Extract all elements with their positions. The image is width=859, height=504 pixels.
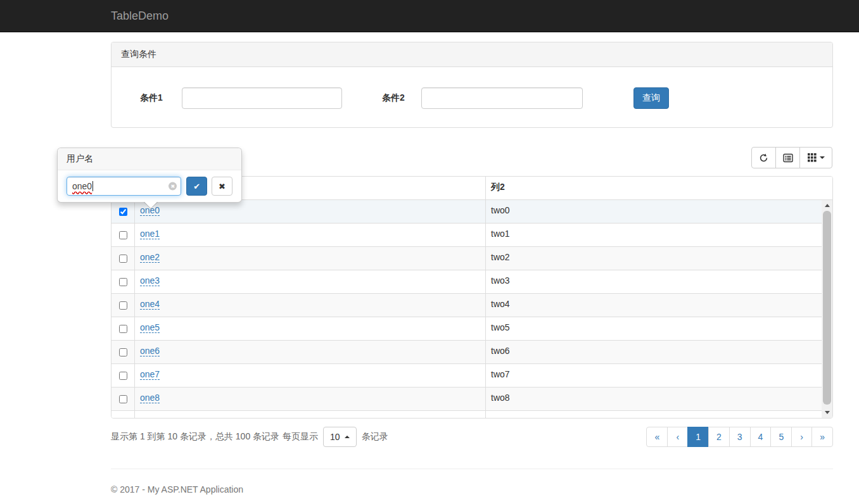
table-row: one1 two1 [111, 224, 822, 247]
editable-input-value: one0 [72, 181, 92, 191]
row-checkbox[interactable] [119, 372, 127, 380]
popover-arrow-fill [144, 202, 157, 208]
row-col2-text: two5 [491, 322, 510, 332]
editable-cell-link[interactable]: one6 [140, 346, 160, 356]
row-col2-cell: two8 [485, 387, 822, 410]
condition1-input[interactable] [182, 87, 342, 109]
page-size-suffix: 条记录 [362, 431, 388, 443]
confirm-button[interactable]: ✔ [186, 177, 207, 196]
pagination-info-text: 显示第 1 到第 10 条记录，总共 100 条记录 [111, 431, 279, 443]
row-col2-text: two3 [491, 275, 510, 286]
page: TableDemo 查询条件 条件1 条件2 查询 [0, 0, 859, 504]
row-col1-cell: one3 [134, 270, 485, 293]
table-row: one7 two7 [111, 364, 822, 387]
row-col1-cell: one4 [134, 294, 485, 317]
row-checkbox[interactable] [119, 255, 127, 263]
row-checkbox-cell [111, 387, 134, 410]
row-col2-cell: two0 [485, 200, 822, 223]
editable-input-wrap: one0 ✖ [67, 177, 181, 196]
footer-copyright: © 2017 - My ASP.NET Application [111, 484, 243, 495]
row-col1-cell: one1 [134, 224, 485, 246]
editable-cell-link[interactable]: one3 [140, 275, 160, 286]
row-checkbox[interactable] [119, 301, 127, 310]
table-row: one4 two4 [111, 294, 822, 317]
table-scrollbar[interactable] [822, 200, 832, 418]
page-5[interactable]: 5 [770, 427, 792, 447]
editable-cell-link[interactable]: one9 [140, 416, 160, 418]
toggle-view-button[interactable] [775, 147, 800, 168]
page-first[interactable]: « [646, 427, 668, 447]
column-header-col2[interactable]: 列2 [485, 177, 832, 199]
page-4[interactable]: 4 [750, 427, 772, 447]
data-table: 列1 列2 one0 two0 one1 two1 one2 two2 [111, 176, 833, 419]
navbar-brand[interactable]: TableDemo [111, 0, 169, 32]
page-last[interactable]: » [811, 427, 833, 447]
condition2-input[interactable] [421, 87, 583, 109]
row-col2-cell: two1 [485, 224, 822, 246]
query-panel-body: 条件1 条件2 查询 [111, 67, 832, 127]
pagination-detail: 显示第 1 到第 10 条记录，总共 100 条记录 每页显示 10 条记录 [111, 425, 388, 448]
columns-dropdown-button[interactable] [799, 147, 832, 168]
row-checkbox[interactable] [119, 208, 127, 216]
row-col2-cell: two4 [485, 294, 822, 317]
scrollbar-thumb[interactable] [823, 211, 831, 405]
row-col1-cell: one5 [134, 317, 485, 340]
editable-cell-link[interactable]: one2 [140, 252, 160, 263]
row-col1-cell: one6 [134, 341, 485, 363]
editable-cell-link[interactable]: one5 [140, 322, 160, 333]
condition2-label: 条件2 [382, 92, 405, 104]
editable-popover: 用户名 one0 ✖ ✔ ✖ [57, 148, 242, 203]
row-checkbox-cell [111, 270, 134, 293]
page-1[interactable]: 1 [687, 427, 709, 447]
row-col2-text: two8 [491, 393, 510, 403]
row-checkbox[interactable] [119, 278, 127, 286]
clear-input-icon[interactable]: ✖ [169, 182, 177, 191]
editable-cell-link[interactable]: one7 [140, 369, 160, 380]
refresh-icon [759, 153, 768, 163]
editable-cell-link[interactable]: one1 [140, 229, 160, 239]
text-cursor [92, 181, 93, 191]
page-next[interactable]: › [791, 427, 812, 447]
toggle-view-icon [783, 153, 793, 163]
row-col2-text: two9 [491, 416, 510, 418]
row-col1-cell: one0 [134, 200, 485, 223]
row-checkbox[interactable] [119, 325, 127, 333]
row-col2-text: two6 [491, 346, 510, 356]
row-col1-cell: one2 [134, 247, 485, 270]
row-checkbox-cell [111, 411, 134, 418]
row-checkbox[interactable] [119, 231, 127, 239]
page-previous[interactable]: ‹ [667, 427, 688, 447]
refresh-button[interactable] [751, 147, 776, 168]
row-checkbox-cell [111, 317, 134, 340]
row-checkbox[interactable] [119, 395, 127, 403]
editable-cell-link[interactable]: one8 [140, 393, 160, 403]
page-size-dropdown[interactable]: 10 [323, 427, 357, 447]
row-col2-text: two2 [491, 252, 510, 262]
table-row: one6 two6 [111, 341, 822, 364]
navbar: TableDemo [0, 0, 859, 32]
row-checkbox-cell [111, 364, 134, 387]
page-2[interactable]: 2 [708, 427, 730, 447]
row-col1-cell: one8 [134, 387, 485, 410]
table-body: one0 two0 one1 two1 one2 two2 one3 [111, 200, 822, 418]
row-checkbox-cell [111, 224, 134, 246]
search-button[interactable]: 查询 [633, 87, 669, 109]
scroll-up-icon [825, 204, 830, 207]
page-size-prefix: 每页显示 [283, 431, 318, 443]
row-col2-text: two0 [491, 205, 510, 215]
scroll-up-button[interactable] [822, 200, 832, 211]
caret-up-icon [345, 436, 350, 438]
footer-divider [111, 469, 833, 469]
caret-down-icon [820, 156, 825, 159]
cancel-button[interactable]: ✖ [212, 177, 232, 196]
row-col2-cell: two6 [485, 341, 822, 363]
row-col2-cell: two2 [485, 247, 822, 270]
scroll-down-button[interactable] [822, 407, 832, 418]
page-3[interactable]: 3 [729, 427, 751, 447]
editable-text-input[interactable]: one0 [67, 177, 181, 196]
row-checkbox[interactable] [119, 348, 127, 356]
row-col2-cell: two9 [485, 411, 822, 418]
table-row: one5 two5 [111, 317, 822, 341]
editable-cell-link[interactable]: one4 [140, 299, 160, 310]
table-toolbar [751, 147, 832, 168]
